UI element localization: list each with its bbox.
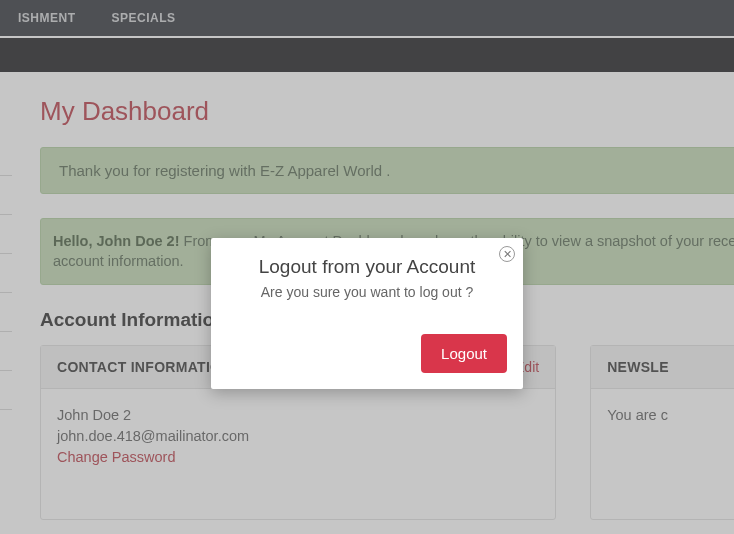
modal-overlay: ✕ Logout from your Account Are you sure …	[0, 0, 734, 534]
close-icon[interactable]: ✕	[499, 246, 515, 262]
modal-actions: Logout	[227, 334, 507, 373]
logout-button[interactable]: Logout	[421, 334, 507, 373]
logout-modal: ✕ Logout from your Account Are you sure …	[211, 238, 523, 389]
modal-title: Logout from your Account	[227, 256, 507, 278]
modal-message: Are you sure you want to log out ?	[227, 284, 507, 300]
